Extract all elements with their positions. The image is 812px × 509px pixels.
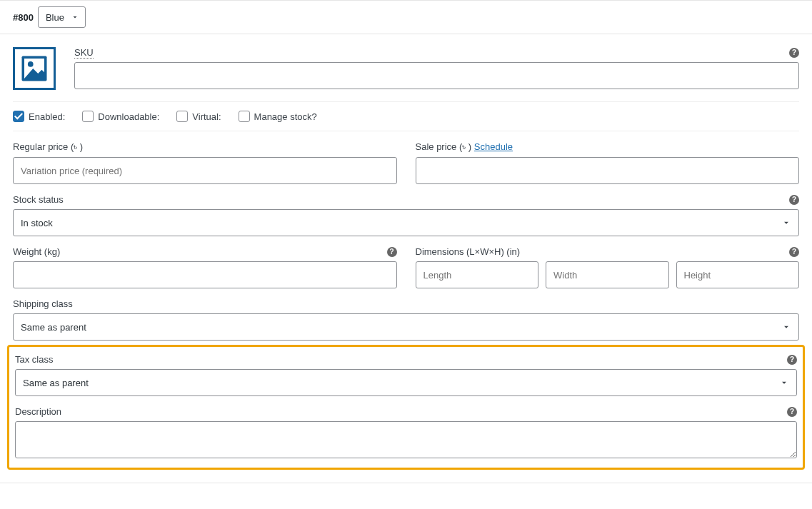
weight-input[interactable]	[13, 261, 397, 288]
tax-class-label: Tax class	[15, 354, 53, 365]
description-label: Description	[15, 406, 61, 417]
width-input[interactable]	[546, 261, 669, 288]
regular-price-label: Regular price (৳ )	[13, 141, 397, 153]
help-icon[interactable]: ?	[387, 247, 397, 257]
dimensions-label: Dimensions (L×W×H) (in)	[416, 246, 521, 257]
sku-label: SKU	[74, 47, 94, 58]
enabled-checkbox[interactable]: Enabled:	[13, 111, 65, 122]
variation-header: #800 Blue	[0, 0, 812, 34]
manage-stock-label: Manage stock?	[254, 111, 317, 122]
weight-label: Weight (kg)	[13, 246, 60, 257]
help-icon[interactable]: ?	[789, 195, 799, 205]
highlighted-section: Tax class ? Same as parent Description ?	[7, 345, 805, 470]
downloadable-checkbox-input[interactable]	[82, 111, 94, 122]
sale-price-input[interactable]	[416, 157, 800, 184]
options-row: Enabled: Downloadable: Virtual: Manage s…	[13, 101, 799, 131]
tax-class-select[interactable]: Same as parent	[15, 369, 797, 396]
virtual-checkbox-input[interactable]	[176, 111, 188, 122]
shipping-class-label: Shipping class	[13, 298, 799, 309]
attribute-select[interactable]: Blue	[38, 6, 86, 28]
enabled-checkbox-input[interactable]	[13, 111, 24, 122]
sku-input[interactable]	[74, 62, 799, 89]
image-icon	[19, 54, 49, 84]
shipping-class-select[interactable]: Same as parent	[13, 313, 799, 341]
variation-id: #800	[13, 12, 34, 23]
height-input[interactable]	[676, 261, 800, 288]
svg-point-2	[28, 61, 34, 67]
variation-panel: SKU ? Enabled: Downloadable: Virtual: Ma…	[0, 34, 812, 483]
stock-status-label: Stock status	[13, 194, 64, 205]
regular-price-input[interactable]	[13, 157, 397, 184]
stock-status-select[interactable]: In stock	[13, 209, 799, 236]
help-icon[interactable]: ?	[789, 247, 799, 257]
help-icon[interactable]: ?	[787, 355, 797, 365]
downloadable-checkbox[interactable]: Downloadable:	[82, 111, 159, 122]
sale-price-label: Sale price (৳ ) Schedule	[416, 141, 800, 153]
downloadable-label: Downloadable:	[98, 111, 159, 122]
variation-image-placeholder[interactable]	[13, 47, 56, 90]
help-icon[interactable]: ?	[789, 48, 799, 58]
schedule-link[interactable]: Schedule	[474, 141, 513, 152]
enabled-label: Enabled:	[29, 111, 65, 122]
virtual-checkbox[interactable]: Virtual:	[176, 111, 221, 122]
description-textarea[interactable]	[15, 421, 797, 458]
length-input[interactable]	[416, 261, 539, 288]
manage-stock-checkbox[interactable]: Manage stock?	[239, 111, 317, 122]
help-icon[interactable]: ?	[787, 407, 797, 417]
manage-stock-checkbox-input[interactable]	[239, 111, 250, 122]
virtual-label: Virtual:	[192, 111, 221, 122]
